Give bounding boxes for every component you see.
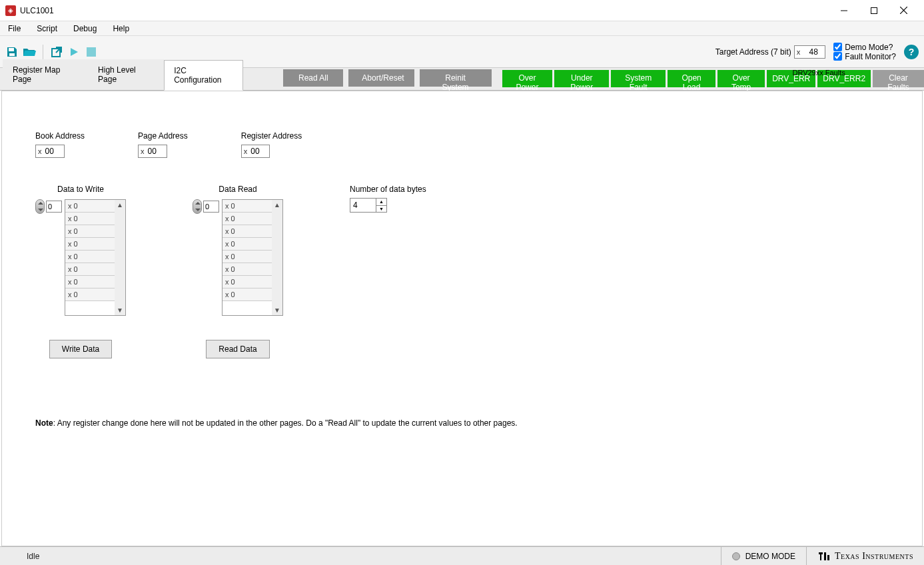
list-item[interactable]: x 0 [65, 200, 115, 213]
menu-debug[interactable]: Debug [65, 23, 105, 35]
tab-i2c-configuration[interactable]: I2C Configuration [164, 60, 243, 91]
read-all-button[interactable]: Read All [283, 69, 343, 87]
close-icon [900, 7, 907, 14]
hex-prefix: x [36, 147, 44, 155]
target-address-label: Target Address (7 bit) [715, 47, 791, 57]
list-item[interactable]: x 0 [65, 238, 115, 251]
maximize-icon [871, 7, 877, 14]
scroll-down-icon[interactable]: ▼ [274, 305, 280, 315]
stop-icon[interactable] [85, 45, 98, 59]
ti-text: Texas Instruments [835, 551, 913, 562]
hex-prefix: x [139, 147, 147, 155]
main-panel: Book Address x Page Address x Register A… [1, 91, 923, 546]
fault-over-temp[interactable]: Over Temp [717, 70, 765, 87]
tab-register-map[interactable]: Register Map Page [3, 59, 88, 90]
number-of-bytes-input[interactable] [350, 199, 376, 212]
spin-up-icon[interactable]: ▲ [376, 199, 386, 206]
external-link-icon[interactable] [50, 45, 63, 59]
book-address-input[interactable] [44, 145, 64, 157]
spin-down-icon[interactable]: ▼ [376, 206, 386, 213]
maximize-button[interactable] [859, 1, 889, 21]
note-text: Note: Any register change done here will… [35, 418, 889, 428]
read-data-button[interactable]: Read Data [206, 340, 269, 358]
menu-help[interactable]: Help [105, 23, 137, 35]
play-icon[interactable] [67, 45, 81, 59]
minimize-button[interactable] [829, 1, 859, 21]
folder-open-icon[interactable] [23, 45, 36, 59]
note-bold: Note [35, 418, 53, 428]
svg-rect-4 [9, 48, 14, 51]
fault-monitor-checkbox-row[interactable]: Fault Monitor? [833, 52, 896, 61]
register-address-input[interactable] [249, 145, 269, 157]
fault-over-power[interactable]: Over Power [502, 70, 553, 87]
page-address-label: Page Address [138, 131, 188, 141]
write-index-input[interactable] [46, 201, 62, 213]
list-item[interactable]: x 0 [223, 288, 272, 301]
list-item[interactable]: x 0 [223, 213, 272, 225]
hex-prefix: x [795, 48, 803, 56]
write-index-stepper[interactable] [35, 199, 45, 214]
reinit-system-button[interactable]: Reinit System [420, 69, 492, 87]
number-of-bytes-label: Number of data bytes [350, 185, 426, 194]
svg-rect-7 [87, 47, 96, 57]
app-icon: ◈ [5, 5, 16, 16]
list-item[interactable]: x 0 [223, 263, 272, 276]
ti-logo: Texas Instruments [806, 547, 924, 565]
note-body: : Any register change done here will not… [53, 418, 518, 428]
fault-system-fault[interactable]: System Fault [611, 70, 666, 87]
fault-monitor-checkbox[interactable] [833, 52, 842, 61]
write-data-listbox[interactable]: x 0 x 0 x 0 x 0 x 0 x 0 x 0 x 0 ▲ ▼ [65, 199, 126, 316]
demo-mode-checkbox[interactable] [833, 43, 842, 51]
help-icon[interactable]: ? [904, 45, 919, 59]
svg-rect-1 [871, 7, 877, 13]
menubar: File Script Debug Help [0, 21, 924, 36]
tabs-row: Register Map Page High Level Page I2C Co… [0, 68, 924, 91]
target-address-input[interactable] [802, 46, 825, 58]
fault-monitor-label: Fault Monitor? [845, 52, 896, 61]
read-index-input[interactable] [203, 201, 219, 213]
svg-rect-5 [9, 53, 15, 56]
list-item[interactable]: x 0 [65, 288, 115, 301]
toolbar-separator [43, 45, 43, 59]
scroll-up-icon[interactable]: ▲ [117, 200, 123, 210]
fault-open-load[interactable]: Open Load [668, 70, 715, 87]
book-address-label: Book Address [35, 131, 85, 141]
list-item[interactable]: x 0 [65, 263, 115, 276]
save-icon[interactable] [5, 45, 19, 59]
scrollbar[interactable]: ▲ ▼ [115, 200, 125, 315]
target-address-field: Target Address (7 bit) x [715, 45, 826, 59]
demo-mode-indicator: DEMO MODE [721, 547, 806, 565]
led-icon [732, 552, 740, 560]
list-item[interactable]: x 0 [65, 276, 115, 288]
list-item[interactable]: x 0 [223, 225, 272, 238]
list-item[interactable]: x 0 [223, 200, 272, 213]
read-index-stepper[interactable] [193, 199, 202, 214]
list-item[interactable]: x 0 [223, 276, 272, 288]
register-address-label: Register Address [241, 131, 302, 141]
close-button[interactable] [889, 1, 919, 21]
window-title: ULC1001 [20, 6, 54, 15]
demo-mode-text: DEMO MODE [745, 552, 795, 561]
tab-high-level[interactable]: High Level Page [88, 59, 164, 90]
menu-file[interactable]: File [0, 23, 29, 35]
list-item[interactable]: x 0 [65, 225, 115, 238]
titlebar: ◈ ULC1001 [0, 0, 924, 21]
menu-script[interactable]: Script [29, 23, 65, 35]
list-item[interactable]: x 0 [223, 238, 272, 251]
list-item[interactable]: x 0 [65, 251, 115, 263]
page-address-input[interactable] [147, 145, 167, 157]
read-data-listbox[interactable]: x 0 x 0 x 0 x 0 x 0 x 0 x 0 x 0 ▲ ▼ [222, 199, 283, 316]
write-data-button[interactable]: Write Data [49, 340, 112, 358]
scrollbar[interactable]: ▲ ▼ [272, 200, 282, 315]
list-item[interactable]: x 0 [65, 213, 115, 225]
demo-mode-checkbox-row[interactable]: Demo Mode? [833, 43, 896, 52]
fault-under-power[interactable]: Under Power [554, 70, 609, 87]
abort-reset-button[interactable]: Abort/Reset [348, 69, 414, 87]
scroll-down-icon[interactable]: ▼ [117, 305, 123, 315]
list-item[interactable]: x 0 [223, 251, 272, 263]
scroll-up-icon[interactable]: ▲ [274, 200, 280, 210]
hex-prefix: x [242, 147, 250, 155]
ti-mark-icon [817, 551, 831, 562]
clear-faults-button[interactable]: Clear Faults [873, 70, 924, 87]
statusbar: Idle DEMO MODE Texas Instruments [0, 546, 924, 565]
